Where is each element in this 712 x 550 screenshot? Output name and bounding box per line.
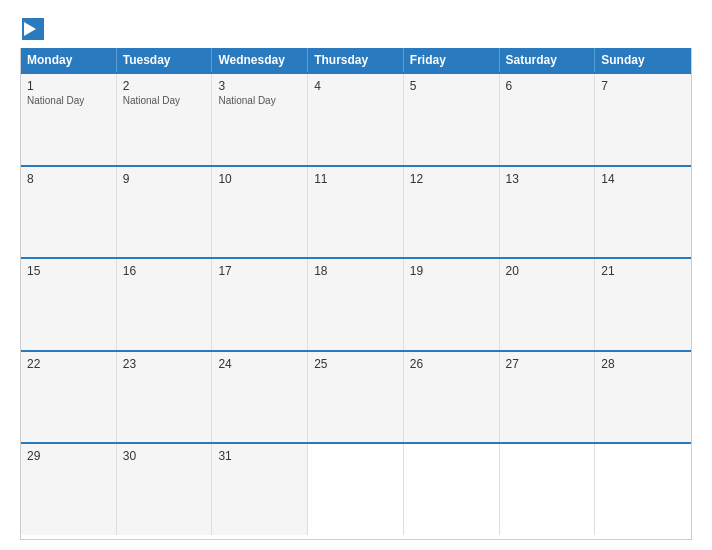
day-number: 5 <box>410 79 493 93</box>
cal-cell-w5-d1: 29 <box>21 444 117 535</box>
cal-cell-w3-d2: 16 <box>117 259 213 350</box>
cal-cell-w4-d2: 23 <box>117 352 213 443</box>
header-wednesday: Wednesday <box>212 48 308 72</box>
day-number: 1 <box>27 79 110 93</box>
day-number: 12 <box>410 172 493 186</box>
day-number: 10 <box>218 172 301 186</box>
cal-cell-w2-d6: 13 <box>500 167 596 258</box>
cal-cell-w1-d5: 5 <box>404 74 500 165</box>
header-sunday: Sunday <box>595 48 691 72</box>
cal-cell-w2-d7: 14 <box>595 167 691 258</box>
day-number: 31 <box>218 449 301 463</box>
cal-cell-w1-d3: 3National Day <box>212 74 308 165</box>
cal-cell-w2-d5: 12 <box>404 167 500 258</box>
cal-cell-w3-d1: 15 <box>21 259 117 350</box>
calendar-page: Monday Tuesday Wednesday Thursday Friday… <box>0 0 712 550</box>
day-number: 8 <box>27 172 110 186</box>
day-number: 22 <box>27 357 110 371</box>
day-number: 18 <box>314 264 397 278</box>
day-number: 4 <box>314 79 397 93</box>
cal-cell-w2-d2: 9 <box>117 167 213 258</box>
day-number: 25 <box>314 357 397 371</box>
week-row-4: 22232425262728 <box>21 350 691 443</box>
cal-cell-w1-d2: 2National Day <box>117 74 213 165</box>
header-thursday: Thursday <box>308 48 404 72</box>
cal-cell-w4-d5: 26 <box>404 352 500 443</box>
cal-cell-w5-d3: 31 <box>212 444 308 535</box>
day-number: 2 <box>123 79 206 93</box>
day-number: 9 <box>123 172 206 186</box>
week-row-3: 15161718192021 <box>21 257 691 350</box>
day-number: 11 <box>314 172 397 186</box>
header-monday: Monday <box>21 48 117 72</box>
day-number: 20 <box>506 264 589 278</box>
day-number: 28 <box>601 357 685 371</box>
day-number: 26 <box>410 357 493 371</box>
day-event: National Day <box>218 95 301 106</box>
cal-cell-w2-d4: 11 <box>308 167 404 258</box>
header-tuesday: Tuesday <box>117 48 213 72</box>
cal-cell-w4-d6: 27 <box>500 352 596 443</box>
cal-cell-w3-d5: 19 <box>404 259 500 350</box>
cal-cell-w1-d1: 1National Day <box>21 74 117 165</box>
cal-cell-w2-d1: 8 <box>21 167 117 258</box>
logo-flag-icon <box>22 18 44 40</box>
calendar-grid: Monday Tuesday Wednesday Thursday Friday… <box>20 48 692 540</box>
cal-cell-w4-d1: 22 <box>21 352 117 443</box>
cal-cell-w5-d2: 30 <box>117 444 213 535</box>
week-row-5: 293031 <box>21 442 691 535</box>
day-number: 15 <box>27 264 110 278</box>
cal-cell-w5-d6 <box>500 444 596 535</box>
day-number: 29 <box>27 449 110 463</box>
day-event: National Day <box>27 95 110 106</box>
header-saturday: Saturday <box>500 48 596 72</box>
cal-cell-w3-d7: 21 <box>595 259 691 350</box>
logo <box>20 18 44 40</box>
week-row-1: 1National Day2National Day3National Day4… <box>21 72 691 165</box>
day-number: 27 <box>506 357 589 371</box>
cal-cell-w5-d5 <box>404 444 500 535</box>
day-number: 23 <box>123 357 206 371</box>
cal-cell-w4-d3: 24 <box>212 352 308 443</box>
cal-cell-w4-d7: 28 <box>595 352 691 443</box>
calendar-header: Monday Tuesday Wednesday Thursday Friday… <box>21 48 691 72</box>
day-number: 16 <box>123 264 206 278</box>
day-number: 3 <box>218 79 301 93</box>
day-number: 21 <box>601 264 685 278</box>
week-row-2: 891011121314 <box>21 165 691 258</box>
day-number: 17 <box>218 264 301 278</box>
top-bar <box>20 18 692 40</box>
cal-cell-w1-d6: 6 <box>500 74 596 165</box>
day-number: 30 <box>123 449 206 463</box>
cal-cell-w5-d7 <box>595 444 691 535</box>
day-number: 7 <box>601 79 685 93</box>
cal-cell-w1-d4: 4 <box>308 74 404 165</box>
day-number: 14 <box>601 172 685 186</box>
calendar-body: 1National Day2National Day3National Day4… <box>21 72 691 535</box>
day-event: National Day <box>123 95 206 106</box>
cal-cell-w5-d4 <box>308 444 404 535</box>
day-number: 6 <box>506 79 589 93</box>
cal-cell-w1-d7: 7 <box>595 74 691 165</box>
cal-cell-w3-d3: 17 <box>212 259 308 350</box>
day-number: 19 <box>410 264 493 278</box>
day-number: 24 <box>218 357 301 371</box>
header-friday: Friday <box>404 48 500 72</box>
day-number: 13 <box>506 172 589 186</box>
cal-cell-w2-d3: 10 <box>212 167 308 258</box>
cal-cell-w4-d4: 25 <box>308 352 404 443</box>
cal-cell-w3-d6: 20 <box>500 259 596 350</box>
cal-cell-w3-d4: 18 <box>308 259 404 350</box>
